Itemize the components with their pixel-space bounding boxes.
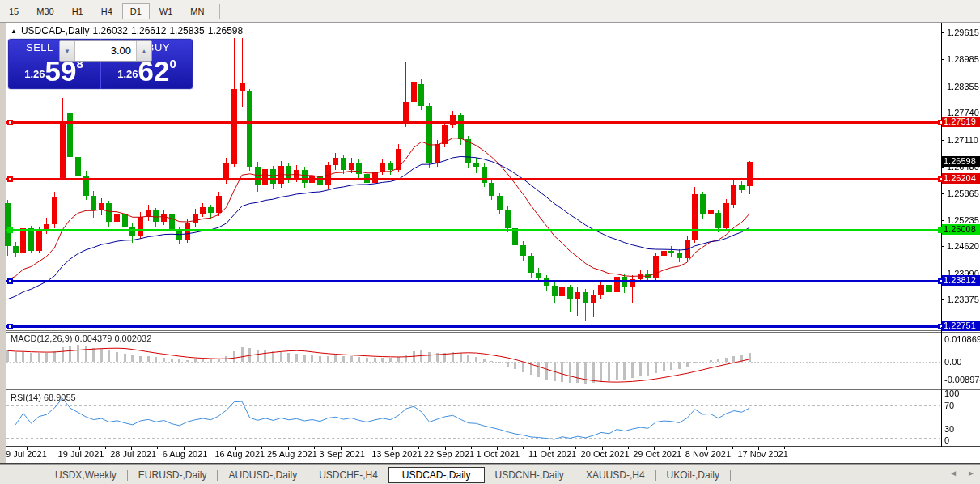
toolbar-separator [219, 4, 220, 19]
volume-decrease-button[interactable]: ▼ [60, 41, 75, 61]
tab-usdcad-daily[interactable]: USDCAD-,Daily [388, 467, 485, 483]
tab-usdcnh-daily[interactable]: USDCNH-,Daily [485, 468, 575, 482]
price-axis-tick-label: 1.28355 [947, 82, 979, 91]
date-axis-label[interactable]: 3 Sep 2021 [320, 449, 365, 459]
chart-symbol-label: USDCAD-,Daily [21, 25, 90, 36]
hline-price-tag: 1.22751 [942, 321, 980, 331]
current-price-tag: 1.26598 [942, 156, 980, 167]
ohlc-close: 1.26598 [208, 25, 243, 36]
rsi-indicator-label: RSI(14) 68.9055 [11, 393, 76, 402]
timeframe-w1-button[interactable]: W1 [151, 3, 181, 19]
timeframe-m30-button[interactable]: M30 [28, 3, 62, 19]
timeframe-h1-button[interactable]: H1 [64, 3, 91, 19]
price-axis-tick-label: 1.27110 [947, 135, 978, 145]
one-click-trading-panel: SELL 1.26598 BUY 1.26620 ▼ 3.00 ▲ [7, 38, 193, 90]
chart-tab-bar: USDX,Weekly EURUSD-,Daily AUDUSD-,Daily … [0, 465, 980, 484]
price-axis-tick-label: 1.29615 [947, 28, 979, 37]
tab-usdx-weekly[interactable]: USDX,Weekly [45, 468, 127, 482]
macd-axis-tick-label: 0.00 [944, 357, 961, 367]
price-axis-tick-label: 1.24620 [947, 241, 979, 251]
date-axis-label[interactable]: 20 Oct 2021 [581, 449, 630, 459]
chart-header: ▲USDCAD-,Daily1.260321.266121.258351.265… [11, 25, 246, 36]
ohlc-open: 1.26032 [93, 25, 128, 36]
sell-label: SELL [26, 41, 53, 53]
trading-app-window: 15 M30 H1 H4 D1 W1 MN ▲USDCAD-,Daily1.26… [0, 0, 980, 484]
bid-price-prefix: 1.26 [24, 68, 45, 80]
timeframe-h4-button[interactable]: H4 [93, 3, 121, 19]
collapse-panel-icon[interactable]: ▲ [11, 28, 17, 35]
ask-price-sup: 0 [169, 57, 176, 70]
price-axis-tick-label: 1.28985 [947, 54, 979, 64]
timeframe-mn-button[interactable]: MN [182, 3, 212, 19]
date-axis-label[interactable]: 16 Aug 2021 [214, 449, 265, 459]
rsi-axis-tick-label: 0 [944, 435, 949, 445]
date-axis-label[interactable]: 1 Oct 2021 [476, 449, 520, 459]
ohlc-high: 1.26612 [131, 25, 166, 36]
date-axis-label[interactable]: 13 Sep 2021 [371, 449, 422, 459]
hline-price-tag: 1.26204 [942, 173, 980, 184]
price-axis-tick-label: 1.25865 [947, 189, 979, 198]
tab-xauusd-h4[interactable]: XAUUSD-,H4 [575, 468, 655, 482]
date-axis-label[interactable]: 9 Jul 2021 [6, 449, 47, 459]
rsi-axis-tick-label: 30 [944, 424, 954, 434]
price-axis-tick-label: 1.23375 [947, 295, 979, 304]
date-axis-label[interactable]: 19 Jul 2021 [58, 449, 104, 459]
timeframe-d1-button[interactable]: D1 [122, 3, 150, 19]
date-axis-label[interactable]: 8 Nov 2021 [685, 449, 731, 459]
rsi-axis-tick-label: 100 [944, 388, 959, 398]
tab-usdchf-h4[interactable]: USDCHF-,H4 [308, 468, 388, 482]
date-axis-label[interactable]: 28 Jul 2021 [110, 449, 156, 459]
macd-indicator-label: MACD(12,26,9) 0.004379 0.002032 [11, 333, 151, 343]
date-axis-label[interactable]: 22 Sep 2021 [424, 449, 474, 459]
tab-scroll-left-icon[interactable]: ◄ [949, 469, 957, 478]
volume-increase-button[interactable]: ▲ [136, 41, 151, 61]
ask-price-prefix: 1.26 [117, 68, 138, 80]
macd-axis-tick-label: -0.008974 [944, 375, 980, 384]
tab-eurusd-daily[interactable]: EURUSD-,Daily [128, 468, 218, 482]
macd-axis-tick-label: 0.010869 [944, 334, 980, 344]
volume-input[interactable]: 3.00 [75, 41, 136, 61]
date-axis-label[interactable]: 11 Oct 2021 [528, 449, 576, 459]
hline-price-tag: 1.27519 [942, 117, 980, 127]
date-axis-label[interactable]: 25 Aug 2021 [267, 449, 317, 459]
rsi-axis-tick-label: 70 [944, 401, 954, 410]
tab-scroll-controls: ◄ ► [949, 469, 975, 478]
hline-price-tag: 1.23812 [942, 275, 980, 286]
date-axis-label[interactable]: 17 Nov 2021 [737, 449, 787, 459]
date-axis-label[interactable]: 29 Oct 2021 [633, 449, 681, 459]
tab-scroll-right-icon[interactable]: ► [967, 469, 975, 478]
volume-stepper: ▼ 3.00 ▲ [59, 40, 152, 62]
tab-ukoil-daily[interactable]: UKOil-,Daily [656, 468, 730, 482]
tab-audusd-daily[interactable]: AUDUSD-,Daily [218, 468, 308, 482]
tab-divider [730, 470, 731, 481]
timeframe-toolbar: 15 M30 H1 H4 D1 W1 MN [0, 0, 980, 23]
date-axis-label[interactable]: 6 Aug 2021 [163, 449, 208, 459]
timeframe-m15-button[interactable]: 15 [1, 3, 27, 19]
ohlc-low: 1.25835 [169, 25, 204, 36]
hline-price-tag: 1.25008 [942, 224, 980, 235]
